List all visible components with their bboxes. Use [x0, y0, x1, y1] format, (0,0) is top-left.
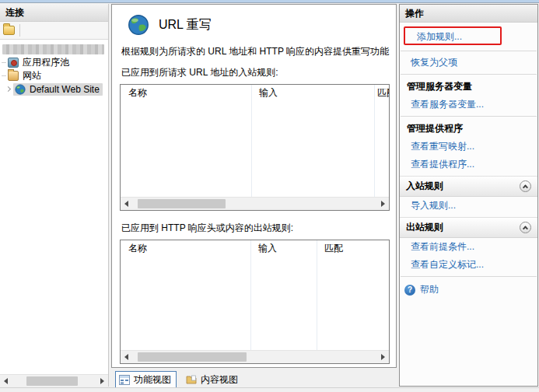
- chevron-right-icon[interactable]: [5, 86, 11, 92]
- view-providers-link[interactable]: 查看提供程序...: [400, 156, 537, 173]
- help-label: 帮助: [420, 283, 439, 296]
- tree-node-label: 应用程序池: [23, 56, 69, 69]
- tree-node-sites[interactable]: 网站: [0, 69, 108, 82]
- status-bar: [0, 387, 539, 392]
- outbound-table-hscrollbar[interactable]: [121, 350, 389, 363]
- column-separators: [121, 85, 389, 197]
- column-header-input[interactable]: 输入: [250, 240, 317, 256]
- view-custom-tags-link[interactable]: 查看自定义标记...: [400, 256, 537, 274]
- app-pools-icon: [8, 58, 19, 68]
- help-link[interactable]: ? 帮助: [400, 279, 537, 299]
- outbound-rules-table[interactable]: 名称 输入 匹配: [120, 240, 390, 364]
- view-preconditions-link[interactable]: 查看前提条件...: [400, 238, 537, 256]
- import-rules-link[interactable]: 导入规则...: [400, 197, 537, 215]
- scrollbar-thumb[interactable]: [26, 376, 78, 386]
- tree-node-label: Default Web Site: [30, 84, 100, 95]
- divider: [401, 116, 537, 117]
- tree-node-app-pools[interactable]: 应用程序池: [0, 56, 108, 69]
- tab-label: 内容视图: [201, 373, 238, 387]
- feature-description: 根据规则为所请求的 URL 地址和 HTTP 响应的内容提供重写功能。: [121, 45, 390, 58]
- tree-node-server[interactable]: [0, 43, 108, 56]
- sites-folder-icon: [8, 71, 19, 81]
- column-header-match[interactable]: 匹配: [374, 85, 389, 100]
- page-title: URL 重写: [159, 17, 212, 33]
- connections-hscrollbar[interactable]: [0, 374, 108, 387]
- add-rule-label: 添加规则...: [417, 31, 462, 42]
- url-rewrite-feature-page: URL 重写 根据规则为所请求的 URL 地址和 HTTP 响应的内容提供重写功…: [111, 4, 397, 368]
- column-header-match[interactable]: 匹配: [317, 240, 389, 256]
- tree-node-default-web-site[interactable]: Default Web Site: [0, 82, 108, 96]
- create-connection-icon[interactable]: [3, 26, 15, 35]
- collapse-button[interactable]: [520, 222, 531, 233]
- divider: [401, 276, 537, 277]
- tab-features-view[interactable]: 功能视图: [115, 371, 177, 389]
- toolbar-divider: [19, 24, 20, 37]
- tree-connector: [2, 62, 6, 63]
- connections-title: 连接: [0, 4, 108, 22]
- manage-server-variables-header: 管理服务器变量: [400, 77, 537, 96]
- outbound-rules-label: 已应用到 HTTP 响应头或内容的出站规则:: [121, 222, 390, 235]
- collapse-button[interactable]: [520, 180, 531, 192]
- actions-panel: 操作 添加规则... 恢复为父项 管理服务器变量 查看服务器变量... 管理提供…: [399, 4, 538, 387]
- inbound-rules-table[interactable]: 名称 输入 匹配: [120, 84, 390, 211]
- content-view-icon: [186, 375, 197, 385]
- globe-icon: [15, 84, 26, 95]
- inbound-rules-section-header[interactable]: 入站规则: [400, 176, 537, 197]
- scroll-left-icon[interactable]: [124, 201, 128, 207]
- section-label: 入站规则: [406, 180, 443, 193]
- url-rewrite-globe-icon: [128, 14, 149, 36]
- view-tabs: 功能视图 内容视图: [115, 371, 243, 389]
- tab-label: 功能视图: [134, 373, 171, 387]
- scrollbar-thumb[interactable]: [138, 199, 226, 208]
- column-header-name[interactable]: 名称: [121, 240, 250, 256]
- features-view-icon: [119, 375, 130, 385]
- scrollbar-thumb[interactable]: [138, 352, 247, 362]
- scroll-right-icon[interactable]: [381, 201, 385, 207]
- server-name-redacted: [2, 44, 104, 54]
- chevron-up-icon: [523, 226, 528, 231]
- inbound-table-hscrollbar[interactable]: [121, 197, 389, 210]
- connections-toolbar: [0, 22, 108, 40]
- inbound-rules-label: 已应用到所请求 URL 地址的入站规则:: [121, 66, 390, 79]
- breadcrumb-bottom-strip: [0, 0, 539, 3]
- tree-selected-highlight: Default Web Site: [13, 83, 103, 96]
- chevron-up-icon: [523, 184, 528, 190]
- help-icon: ?: [404, 285, 415, 296]
- tab-content-view[interactable]: 内容视图: [183, 372, 243, 388]
- connections-tree: 应用程序池 网站 Default Web Site: [0, 40, 108, 96]
- tree-connector: [2, 75, 6, 76]
- view-server-variables-link[interactable]: 查看服务器变量...: [400, 96, 537, 114]
- outbound-rules-section-header[interactable]: 出站规则: [400, 217, 537, 238]
- view-rewrite-maps-link[interactable]: 查看重写映射...: [400, 138, 537, 156]
- section-label: 出站规则: [406, 221, 443, 234]
- inbound-table-header: 名称 输入 匹配: [121, 85, 389, 100]
- manage-providers-header: 管理提供程序: [400, 119, 537, 138]
- outbound-table-header: 名称 输入 匹配: [121, 240, 389, 256]
- divider: [401, 51, 537, 51]
- revert-to-parent-link[interactable]: 恢复为父项: [400, 54, 537, 72]
- column-header-input[interactable]: 输入: [251, 85, 374, 100]
- scroll-right-icon[interactable]: [381, 354, 385, 360]
- column-separators: [121, 240, 389, 350]
- connections-panel: 连接 应用程序池 网站: [0, 4, 109, 387]
- scroll-left-icon[interactable]: [4, 378, 8, 384]
- divider: [401, 74, 537, 75]
- add-rule-link[interactable]: 添加规则...: [400, 26, 537, 48]
- actions-title: 操作: [400, 5, 537, 23]
- scroll-left-icon[interactable]: [124, 354, 128, 360]
- page-title-row: URL 重写: [128, 14, 390, 36]
- column-header-name[interactable]: 名称: [121, 85, 251, 100]
- tree-node-label: 网站: [23, 69, 41, 82]
- scroll-right-icon[interactable]: [100, 378, 104, 384]
